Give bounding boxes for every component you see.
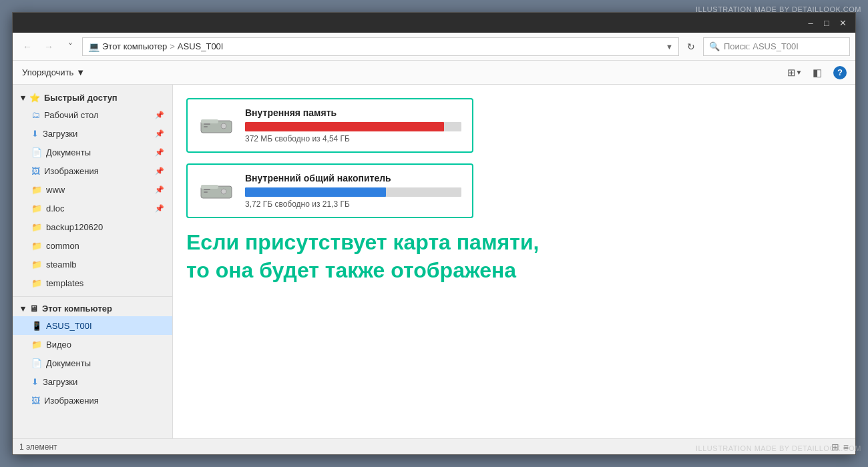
sidebar-item-asus[interactable]: 📱 ASUS_T00I <box>13 316 172 335</box>
sidebar-item-images[interactable]: 🖼 Изображения 📌 <box>13 161 172 180</box>
list-view-icon[interactable]: ≡ <box>843 442 849 452</box>
backup-folder-icon: 📁 <box>31 222 42 232</box>
downloads-icon: ⬇ <box>31 129 39 139</box>
storage-name-1: Внутренняя память <box>245 107 461 118</box>
sidebar: ▾ ⭐ Быстрый доступ 🗂 Рабочий стол 📌 ⬇ За… <box>13 85 173 438</box>
toolbar: Упорядочить ▼ ⊞ ▼ ◧ ? <box>13 61 855 85</box>
storage-info-2: Внутренний общий накопитель 3,72 ГБ своб… <box>245 173 461 209</box>
computer-icon: 💻 <box>88 41 99 52</box>
dloc-folder-icon: 📁 <box>31 203 42 213</box>
svg-rect-1 <box>201 119 218 123</box>
annotation-text: Если присутствует карта памяти, то она б… <box>186 229 560 284</box>
back-button[interactable]: ← <box>18 37 37 56</box>
pin-icon: 📌 <box>155 185 164 194</box>
www-folder-icon: 📁 <box>31 185 42 195</box>
pin-icon: 📌 <box>155 111 164 119</box>
toolbar-right: ⊞ ▼ ◧ ? <box>785 63 850 82</box>
sidebar-item-video[interactable]: 📁 Видео <box>13 335 172 354</box>
images-icon: 🖼 <box>31 166 40 176</box>
dropdown-button[interactable]: ˅ <box>61 37 79 56</box>
sidebar-item-steamlb[interactable]: 📁 steamlb <box>13 255 172 274</box>
view-options-icon: ⊞ <box>787 67 796 79</box>
path-dropdown-arrow[interactable]: ▼ <box>666 43 673 51</box>
sidebar-item-label: Изображения <box>44 166 99 176</box>
storage-free-1: 372 МБ свободно из 4,54 ГБ <box>245 134 461 143</box>
pin-icon: 📌 <box>155 148 164 157</box>
sidebar-item-label: templates <box>46 278 83 288</box>
pin-icon: 📌 <box>155 167 164 175</box>
docs2-icon: 📄 <box>31 358 42 368</box>
view-options-button[interactable]: ⊞ ▼ <box>785 63 805 82</box>
sort-button[interactable]: Упорядочить ▼ <box>18 65 89 79</box>
quick-access-label: Быстрый доступ <box>44 93 118 103</box>
help-button[interactable]: ? <box>830 63 850 82</box>
documents-icon: 📄 <box>31 147 42 157</box>
svg-rect-3 <box>204 126 208 127</box>
path-computer[interactable]: Этот компьютер <box>102 41 167 51</box>
sidebar-computer-header[interactable]: ▾ 🖥 Этот компьютер <box>13 301 172 316</box>
path-current[interactable]: ASUS_T00I <box>178 41 224 51</box>
sidebar-item-label: Документы <box>46 147 91 157</box>
sidebar-item-backup[interactable]: 📁 backup120620 <box>13 217 172 236</box>
content-area: ▾ ⭐ Быстрый доступ 🗂 Рабочий стол 📌 ⬇ За… <box>13 85 855 438</box>
sidebar-item-label: Документы <box>46 358 91 368</box>
computer-chevron: ▾ <box>21 304 25 314</box>
refresh-button[interactable]: ↻ <box>682 37 700 56</box>
computer-label: Этот компьютер <box>42 304 112 314</box>
video-folder-icon: 📁 <box>31 340 42 350</box>
statusbar-right: ⊞ ≡ <box>831 442 849 452</box>
sidebar-item-desktop[interactable]: 🗂 Рабочий стол 📌 <box>13 105 172 124</box>
sidebar-item-dloc[interactable]: 📁 d.loc 📌 <box>13 199 172 217</box>
status-count: 1 элемент <box>19 442 57 452</box>
sidebar-item-common[interactable]: 📁 common <box>13 236 172 255</box>
svg-rect-9 <box>221 189 226 194</box>
sort-label: Упорядочить <box>22 67 73 77</box>
minimize-button[interactable]: – <box>803 15 818 30</box>
grid-view-icon[interactable]: ⊞ <box>831 442 839 452</box>
desktop-icon: 🗂 <box>31 110 40 120</box>
storage-info-1: Внутренняя память 372 МБ свободно из 4,5… <box>245 107 461 143</box>
sidebar-item-downloads2[interactable]: ⬇ Загрузки <box>13 372 172 391</box>
common-folder-icon: 📁 <box>31 241 42 251</box>
pane-icon: ◧ <box>813 67 822 79</box>
computer-icon-sidebar: 🖥 <box>29 304 38 314</box>
storage-bar-2 <box>245 187 461 197</box>
drive-icon-2 <box>198 178 234 203</box>
close-button[interactable]: ✕ <box>835 15 850 30</box>
sidebar-item-label: common <box>46 241 79 251</box>
view-dropdown-icon: ▼ <box>796 69 803 76</box>
sidebar-item-docs2[interactable]: 📄 Документы <box>13 354 172 372</box>
sidebar-item-www[interactable]: 📁 www 📌 <box>13 180 172 199</box>
storage-name-2: Внутренний общий накопитель <box>245 173 461 183</box>
svg-rect-6 <box>201 185 218 189</box>
sidebar-item-templates[interactable]: 📁 templates <box>13 274 172 292</box>
sidebar-divider <box>13 296 172 297</box>
sidebar-item-downloads[interactable]: ⬇ Загрузки 📌 <box>13 124 172 143</box>
sidebar-item-label: Загрузки <box>43 377 77 387</box>
sidebar-item-label: Видео <box>46 340 71 350</box>
sidebar-quick-access-header[interactable]: ▾ ⭐ Быстрый доступ <box>13 90 172 105</box>
forward-button[interactable]: → <box>39 37 58 56</box>
storage-card-shared[interactable]: Внутренний общий накопитель 3,72 ГБ своб… <box>186 163 473 218</box>
path-bar[interactable]: 💻 Этот компьютер > ASUS_T00I ▼ <box>82 37 679 56</box>
sidebar-item-label: www <box>46 185 65 195</box>
path-sep1: > <box>170 41 175 51</box>
sidebar-item-label: Изображения <box>44 396 99 406</box>
storage-bar-1 <box>245 122 461 131</box>
explorer-window: – □ ✕ ← → ˅ 💻 Этот компьютер > ASUS_T00I… <box>12 12 856 455</box>
svg-rect-4 <box>221 123 226 129</box>
storage-card-internal[interactable]: Внутренняя память 372 МБ свободно из 4,5… <box>186 98 473 153</box>
maximize-button[interactable]: □ <box>819 15 834 30</box>
pane-toggle-button[interactable]: ◧ <box>807 63 827 82</box>
pin-icon: 📌 <box>155 129 164 138</box>
sidebar-item-documents[interactable]: 📄 Документы 📌 <box>13 143 172 161</box>
statusbar: 1 элемент ⊞ ≡ <box>13 438 855 454</box>
asus-device-icon: 📱 <box>31 321 42 331</box>
search-bar[interactable]: 🔍 Поиск: ASUS_T00I <box>703 37 850 56</box>
main-panel: Внутренняя память 372 МБ свободно из 4,5… <box>173 85 855 438</box>
pin-icon: 📌 <box>155 204 164 213</box>
svg-rect-7 <box>204 189 210 190</box>
sidebar-item-label: Загрузки <box>43 129 77 139</box>
sidebar-item-images2[interactable]: 🖼 Изображения <box>13 391 172 410</box>
downloads2-icon: ⬇ <box>31 377 39 387</box>
